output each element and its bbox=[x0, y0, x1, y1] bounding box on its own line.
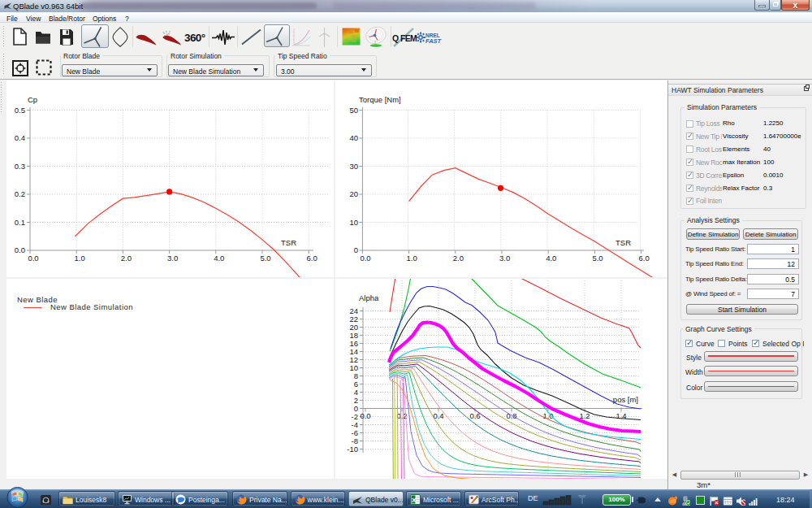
svg-text:4.0: 4.0 bbox=[546, 254, 556, 263]
svg-text:Q FEM: Q FEM bbox=[392, 33, 417, 43]
svg-text:FAST: FAST bbox=[425, 37, 443, 44]
svg-text:0: 0 bbox=[354, 245, 358, 254]
svg-text:TSR: TSR bbox=[281, 238, 296, 247]
svg-text:6.0: 6.0 bbox=[639, 254, 650, 263]
svg-text:30: 30 bbox=[349, 162, 358, 171]
svg-text:0.4: 0.4 bbox=[15, 133, 25, 142]
svg-text:50: 50 bbox=[349, 106, 358, 115]
svg-text:pos [m]: pos [m] bbox=[613, 395, 638, 404]
svg-text:TSR: TSR bbox=[615, 238, 631, 247]
svg-text:0.0: 0.0 bbox=[360, 254, 370, 263]
svg-text:1.0: 1.0 bbox=[407, 254, 417, 263]
svg-text:1.0: 1.0 bbox=[75, 254, 85, 263]
svg-text:0.3: 0.3 bbox=[15, 162, 25, 171]
svg-text:1.2: 1.2 bbox=[579, 411, 590, 420]
svg-text:5.0: 5.0 bbox=[260, 254, 270, 263]
svg-text:Torque [Nm]: Torque [Nm] bbox=[359, 95, 401, 104]
svg-text:5.0: 5.0 bbox=[592, 254, 603, 263]
svg-text:3.0: 3.0 bbox=[167, 254, 178, 263]
svg-text:6.0: 6.0 bbox=[307, 254, 317, 263]
svg-text:0.0: 0.0 bbox=[28, 254, 38, 263]
svg-text:4.0: 4.0 bbox=[214, 254, 224, 263]
svg-text:3.0: 3.0 bbox=[499, 254, 510, 263]
svg-text:Alpha: Alpha bbox=[359, 293, 379, 302]
svg-text:-10: -10 bbox=[347, 445, 358, 454]
svg-text:40: 40 bbox=[349, 133, 358, 142]
svg-text:0.2: 0.2 bbox=[15, 189, 25, 198]
svg-text:2.0: 2.0 bbox=[121, 254, 132, 263]
svg-text:Cp: Cp bbox=[28, 95, 37, 104]
svg-text:0.5: 0.5 bbox=[15, 106, 25, 115]
svg-text:20: 20 bbox=[349, 189, 358, 198]
svg-text:X: X bbox=[412, 497, 417, 504]
svg-text:0.1: 0.1 bbox=[15, 218, 25, 227]
svg-text:10: 10 bbox=[349, 218, 358, 227]
svg-text:2.0: 2.0 bbox=[453, 254, 464, 263]
svg-text:0.0: 0.0 bbox=[360, 411, 370, 420]
svg-text:0.0: 0.0 bbox=[15, 245, 25, 254]
